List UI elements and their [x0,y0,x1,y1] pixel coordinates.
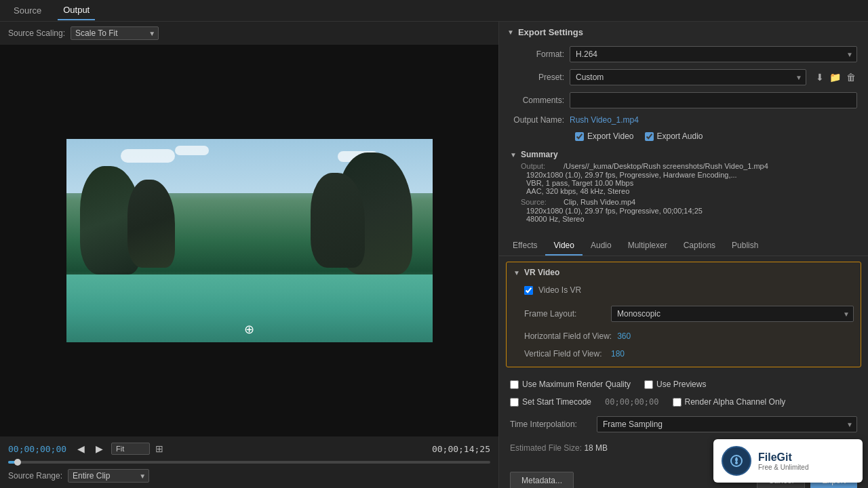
summary-output-detail1: 1920x1080 (1.0), 29.97 fps, Progressive,… [526,171,857,179]
import-preset-btn[interactable]: 📁 [828,70,842,84]
tab-publish[interactable]: Publish [724,237,766,256]
frame-icon: ⊞ [155,443,163,454]
preset-label: Preset: [510,73,564,82]
preset-buttons: ⬇ 📁 🗑 [814,70,857,84]
tab-multiplexer[interactable]: Multiplexer [620,237,675,256]
time-interpolation-select[interactable]: Frame Sampling Frame Blending Optical Fl… [597,416,857,432]
progress-bar-container[interactable] [0,461,498,464]
tab-captions[interactable]: Captions [675,237,724,256]
top-bar: Source Output [0,0,868,22]
max-render-quality-checkbox[interactable] [510,380,519,389]
comments-input[interactable] [570,92,857,108]
source-scaling-select[interactable]: Scale To Fit Stretch Crop Black Bars [71,26,159,40]
cloud-1 [121,149,175,163]
tab-effects[interactable]: Effects [505,237,545,256]
tab-output[interactable]: Output [58,1,95,20]
source-range-select-wrapper: Entire Clip Work Area Custom ▼ [68,469,149,483]
video-background: ⊕ [66,139,433,342]
tab-video[interactable]: Video [545,237,582,256]
playhead-marker: ⊕ [244,322,254,337]
format-select[interactable]: H.264 H.265 ProRes [570,46,857,62]
vr-header: ▼ VR Video [513,268,854,277]
right-panel: ▼ Export Settings Format: H.264 H.265 Pr… [498,22,868,488]
prev-frame-btn[interactable]: ◀ [75,442,87,455]
summary-collapse-btn[interactable]: ▼ [510,151,517,159]
source-scaling-select-wrapper: Scale To Fit Stretch Crop Black Bars ▼ [71,26,159,40]
export-audio-label: Export Audio [657,131,703,141]
filegit-logo-icon [722,446,751,476]
play-btn[interactable]: ▶ [93,442,106,455]
export-settings-title: Export Settings [518,27,583,37]
summary-output-details: 1920x1080 (1.0), 29.97 fps, Progressive,… [521,171,857,195]
video-is-vr-row: Video Is VR [513,283,854,298]
use-previews-checkbox[interactable] [644,380,653,389]
filegit-name: FileGit [758,451,808,464]
summary-header: ▼ Summary [510,147,857,162]
use-previews-label: Use Previews [656,380,706,389]
preset-select[interactable]: Custom Match Source - High Bitrate [570,69,806,85]
vr-collapse-btn[interactable]: ▼ [513,269,520,277]
format-row: Format: H.264 H.265 ProRes ▼ [499,43,868,66]
export-settings-collapse-btn[interactable]: ▼ [507,28,514,36]
svg-point-1 [735,462,738,464]
file-size-label: Estimated File Size: [510,443,582,453]
save-preset-btn[interactable]: ⬇ [814,70,825,84]
video-is-vr-checkbox[interactable] [524,286,533,295]
left-panel: Source Scaling: Scale To Fit Stretch Cro… [0,22,498,488]
vr-title: VR Video [524,268,559,277]
set-start-timecode-label: Set Start Timecode [522,397,591,407]
summary-output-path: /Users//_kuma/Desktop/Rush screenshots/R… [564,162,857,170]
summary-source-detail2: 48000 Hz, Stereo [526,215,857,223]
h-fov-row: Horizontal Field of View: 360 [513,329,854,344]
export-settings-header: ▼ Export Settings [499,22,868,43]
summary-source-row: Source: Clip, Rush Video.mp4 [521,198,857,206]
time-interpolation-label: Time Interpolation: [510,420,591,429]
output-name-link[interactable]: Rush Video_1.mp4 [570,115,639,125]
summary-source-label: Source: [521,198,558,206]
format-select-wrapper: H.264 H.265 ProRes ▼ [570,46,857,62]
filegit-badge: FileGit Free & Unlimited [713,439,863,483]
h-fov-label: Horizontal Field of View: [524,331,612,341]
export-video-checkbox[interactable] [575,132,584,141]
render-alpha-label: Render Alpha Channel Only [685,397,786,407]
main-area: Source Scaling: Scale To Fit Stretch Cro… [0,22,868,488]
render-alpha-checkbox[interactable] [673,398,682,407]
tab-audio[interactable]: Audio [583,237,620,256]
set-start-timecode-checkbox[interactable] [510,398,519,407]
export-video-label: Export Video [587,131,634,141]
cloud-2 [175,146,209,155]
source-range-select[interactable]: Entire Clip Work Area Custom [68,469,149,483]
metadata-btn[interactable]: Metadata... [510,472,574,488]
summary-section: ▼ Summary Output: /Users//_kuma/Desktop/… [499,144,868,228]
format-label: Format: [510,49,564,59]
fit-select[interactable]: Fit 25% 50% 100% [111,443,150,455]
export-audio-checkbox[interactable] [645,132,654,141]
v-fov-value: 180 [611,349,625,359]
summary-source-detail1: 1920x1080 (1.0), 29.97 fps, Progressive,… [526,207,857,215]
vr-video-section: ▼ VR Video Video Is VR Frame Layout: Mon… [506,262,861,367]
v-fov-row: Vertical Field of View: 180 [513,346,854,361]
tab-source[interactable]: Source [8,1,47,20]
output-name-label: Output Name: [510,115,564,125]
progress-thumb[interactable] [14,459,21,466]
summary-output-label: Output: [521,162,558,170]
bottom-checkboxes: Use Maximum Render Quality Use Previews [510,377,857,392]
use-previews-item: Use Previews [644,380,706,389]
summary-content: Output: /Users//_kuma/Desktop/Rush scree… [510,162,857,223]
timeline-area: 00;00;00;00 ◀ ▶ Fit 25% 50% 100% ⊞ 00;00… [0,436,498,488]
summary-source-path: Clip, Rush Video.mp4 [564,198,857,206]
frame-layout-select[interactable]: Monoscopic Stereoscopic - Top/Bottom Ste… [611,306,854,322]
source-range-bar: Source Range: Entire Clip Work Area Cust… [0,466,498,485]
delete-preset-btn[interactable]: 🗑 [845,70,857,84]
source-scaling-label: Source Scaling: [8,28,65,38]
frame-layout-select-wrapper: Monoscopic Stereoscopic - Top/Bottom Ste… [611,306,854,322]
h-fov-value: 360 [617,331,631,341]
tabs-row: Effects Video Audio Multiplexer Captions… [499,237,868,256]
preset-select-wrapper: Custom Match Source - High Bitrate ▼ [570,69,806,85]
v-fov-label: Vertical Field of View: [524,349,606,359]
summary-title: Summary [521,150,558,159]
max-render-quality-label: Use Maximum Render Quality [522,380,631,389]
export-video-checkbox-item: Export Video [575,131,634,141]
progress-track[interactable] [8,461,490,464]
preset-row: Preset: Custom Match Source - High Bitra… [499,66,868,89]
